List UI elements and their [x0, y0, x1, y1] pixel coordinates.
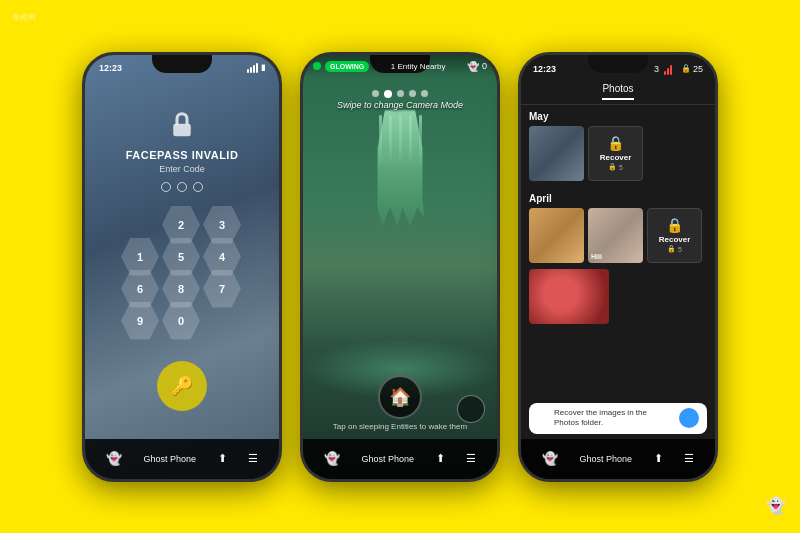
entity-count: 0 — [482, 61, 487, 71]
camera-mode-text: Swipe to change Camera Mode — [303, 100, 497, 110]
back-arrow-icon[interactable]: ◀ — [537, 410, 548, 426]
photo-tabs: Photos — [521, 79, 715, 105]
phone-3-bottom-bar: 👻 Ghost Phone ⬆ ☰ — [521, 439, 715, 479]
fruit-photo[interactable] — [529, 269, 609, 324]
upload-icon[interactable]: ⬆ — [218, 452, 227, 465]
phone-2-bottom-bar: 👻 Ghost Phone ⬆ ☰ — [303, 439, 497, 479]
april-section-label: April — [529, 187, 707, 208]
phone-1-time: 12:23 — [99, 63, 122, 73]
ar-ghost — [365, 110, 435, 270]
snapchat-watermark: 👻 — [760, 489, 792, 521]
ghost-phone-label: Ghost Phone — [143, 454, 196, 464]
menu-icon[interactable]: ☰ — [248, 452, 258, 465]
mode-dot-4[interactable] — [409, 90, 416, 97]
key-0[interactable]: 0 — [162, 302, 200, 340]
phone-1-bottom-bar: 👻 Ghost Phone ⬆ ☰ — [85, 439, 279, 479]
menu-icon-3[interactable]: ☰ — [684, 452, 694, 465]
upload-icon-2[interactable]: ⬆ — [436, 452, 445, 465]
phone-3: 12:23 3 🔒 25 — [518, 52, 718, 482]
phone-3-time: 12:23 — [533, 64, 556, 74]
photos-tab[interactable]: Photos — [602, 83, 633, 100]
april-photo-row: Hiii 🔒 Recover 🔒 5 — [529, 208, 707, 263]
count-25: 🔒 25 — [681, 64, 703, 74]
enter-code-subtitle: Enter Code — [159, 164, 205, 174]
phone-1: 12:23 ▮ — [82, 52, 282, 482]
recover-count-april: 🔒 5 — [667, 245, 682, 253]
recover-count-icon-may: 🔒 — [608, 163, 617, 171]
ar-home-button[interactable]: 🏠 — [378, 375, 422, 419]
hair-strand-4 — [409, 115, 412, 165]
camera-mode-dots — [303, 90, 497, 98]
recover-lock-icon-april: 🔒 — [666, 217, 683, 233]
recover-label-may: Recover — [600, 153, 632, 162]
phone-2-screen: GLOWING 1 Entity Nearby 👻 0 — [303, 55, 497, 479]
ghost-phone-text: Ghost Phone — [143, 454, 196, 464]
snapchat-icon: 👻 — [106, 451, 122, 466]
menu-icon-2[interactable]: ☰ — [466, 452, 476, 465]
key-7[interactable]: 7 — [203, 270, 241, 308]
hair-strand-1 — [379, 115, 382, 165]
phone-3-notch — [588, 55, 648, 73]
mode-dot-1[interactable] — [372, 90, 379, 97]
phone-2-background: GLOWING 1 Entity Nearby 👻 0 — [303, 55, 497, 479]
may-recover-tile[interactable]: 🔒 Recover 🔒 5 — [588, 126, 643, 181]
snapchat-ghost: 👻 — [766, 496, 786, 515]
tooltip-text: Recover the images in the Photos folder. — [554, 408, 673, 429]
battery-icon: ▮ — [261, 63, 265, 72]
code-dots — [161, 182, 203, 192]
april-photo-1[interactable] — [529, 208, 584, 263]
snapchat-logo: 👻 — [760, 489, 792, 521]
count-3: 3 — [654, 64, 659, 74]
recover-tooltip: ◀ Recover the images in the Photos folde… — [529, 403, 707, 434]
dot-3 — [193, 182, 203, 192]
ghost-hair — [375, 115, 425, 165]
facepass-title: FACEPASS INVALID — [126, 149, 239, 161]
glowing-badge: GLOWING — [325, 61, 369, 72]
glowing-indicator — [313, 62, 321, 70]
hair-strand-3 — [399, 115, 402, 165]
home-icon: 🏠 — [389, 386, 411, 408]
upload-icon-3[interactable]: ⬆ — [654, 452, 663, 465]
signal-bars-icon — [664, 63, 676, 75]
hair-strand-2 — [389, 115, 392, 165]
entity-nearby-text: 1 Entity Nearby — [391, 62, 446, 71]
svg-rect-0 — [173, 123, 191, 136]
hex-keypad: 2 3 1 5 4 6 8 7 9 0 — [107, 206, 257, 351]
phone-3-screen: 12:23 3 🔒 25 — [521, 55, 715, 479]
ghost-phone-text-3: Ghost Phone — [579, 454, 632, 464]
mode-dot-5[interactable] — [421, 90, 428, 97]
phone-1-background: 12:23 ▮ — [85, 55, 279, 479]
ghost-phone-text-2: Ghost Phone — [361, 454, 414, 464]
ghost-phone-label-2: Ghost Phone — [361, 454, 414, 464]
phone-2: GLOWING 1 Entity Nearby 👻 0 — [300, 52, 500, 482]
lock-icon — [164, 107, 200, 143]
recover-lock-icon-may: 🔒 — [607, 135, 624, 151]
april-photo-2[interactable]: Hiii — [588, 208, 643, 263]
phone-1-notch — [152, 55, 212, 73]
key-button[interactable]: 🔑 — [157, 361, 207, 411]
phone-1-screen: 12:23 ▮ — [85, 55, 279, 479]
ar-extra-button[interactable] — [457, 395, 485, 423]
snapchat-icon-2: 👻 — [324, 451, 340, 466]
may-photo-row: 🔒 Recover 🔒 5 — [529, 126, 707, 181]
phones-container: 12:23 ▮ — [62, 32, 738, 502]
may-photo-1[interactable] — [529, 126, 584, 181]
key-icon: 🔑 — [171, 375, 193, 397]
april-recover-tile[interactable]: 🔒 Recover 🔒 5 — [647, 208, 702, 263]
mode-dot-3[interactable] — [397, 90, 404, 97]
lock-svg — [167, 110, 197, 140]
recover-count-may: 🔒 5 — [608, 163, 623, 171]
key-9[interactable]: 9 — [121, 302, 159, 340]
entity-icon: 👻 — [467, 61, 479, 72]
phone-2-status: GLOWING 1 Entity Nearby 👻 0 — [303, 55, 497, 78]
dot-2 — [177, 182, 187, 192]
hair-strand-5 — [419, 115, 422, 165]
recover-label-april: Recover — [659, 235, 691, 244]
tooltip-icon — [679, 408, 699, 428]
mode-dot-2[interactable] — [384, 90, 392, 98]
may-section-label: May — [529, 105, 707, 126]
tap-text: Tap on sleeping Entities to wake them — [303, 422, 497, 431]
lock-small-icon: 🔒 — [681, 64, 691, 73]
ghost-phone-label-3: Ghost Phone — [579, 454, 632, 464]
phone-3-background: 12:23 3 🔒 25 — [521, 55, 715, 479]
